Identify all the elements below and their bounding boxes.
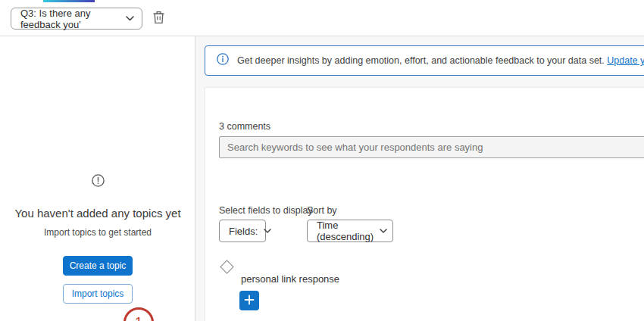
trash-icon	[152, 10, 165, 26]
diamond-field-icon	[220, 260, 233, 273]
info-icon	[217, 53, 229, 68]
create-topic-button[interactable]: Create a topic	[63, 256, 133, 276]
active-tab-indicator	[43, 0, 95, 2]
question-selector-dropdown[interactable]: Q3: Is there any feedback you'	[11, 8, 142, 30]
update-data-set-link[interactable]: Update your data set	[607, 55, 644, 66]
topics-panel: You haven't added any topics yet Import …	[0, 36, 195, 321]
fields-select-label: Select fields to display	[219, 205, 313, 216]
info-banner: Get deeper insights by adding emotion, e…	[205, 45, 644, 76]
comments-card: 3 comments Select fields to display Sort…	[205, 87, 644, 321]
import-topics-button[interactable]: Import topics	[63, 284, 133, 304]
empty-state-title: You haven't added any topics yet	[0, 207, 195, 220]
topics-empty-state: You haven't added any topics yet Import …	[0, 174, 195, 304]
chevron-down-icon	[126, 16, 134, 21]
empty-state-subtitle: Import topics to get started	[0, 227, 195, 238]
plus-icon	[244, 295, 255, 307]
sort-dropdown-value: Time (descending)	[317, 220, 374, 242]
alert-circle-icon	[92, 174, 105, 190]
top-bar: Q3: Is there any feedback you'	[0, 0, 644, 36]
chevron-down-icon	[380, 229, 387, 233]
add-response-button[interactable]	[239, 291, 259, 310]
delete-question-button[interactable]	[150, 10, 167, 26]
chevron-down-icon	[264, 229, 271, 233]
keyword-search-input[interactable]	[219, 136, 644, 158]
question-selector-value: Q3: Is there any feedback you'	[20, 8, 120, 30]
response-type-label: personal link response	[241, 273, 339, 285]
sort-by-label: Sort by	[307, 205, 337, 216]
comments-count: 3 comments	[219, 121, 270, 132]
sort-dropdown[interactable]: Time (descending)	[307, 220, 393, 242]
step-annotation-badge: 1	[123, 307, 154, 321]
fields-dropdown-value: Fields:	[229, 226, 258, 237]
fields-dropdown[interactable]: Fields:	[219, 220, 266, 242]
info-banner-text: Get deeper insights by adding emotion, e…	[237, 55, 644, 66]
